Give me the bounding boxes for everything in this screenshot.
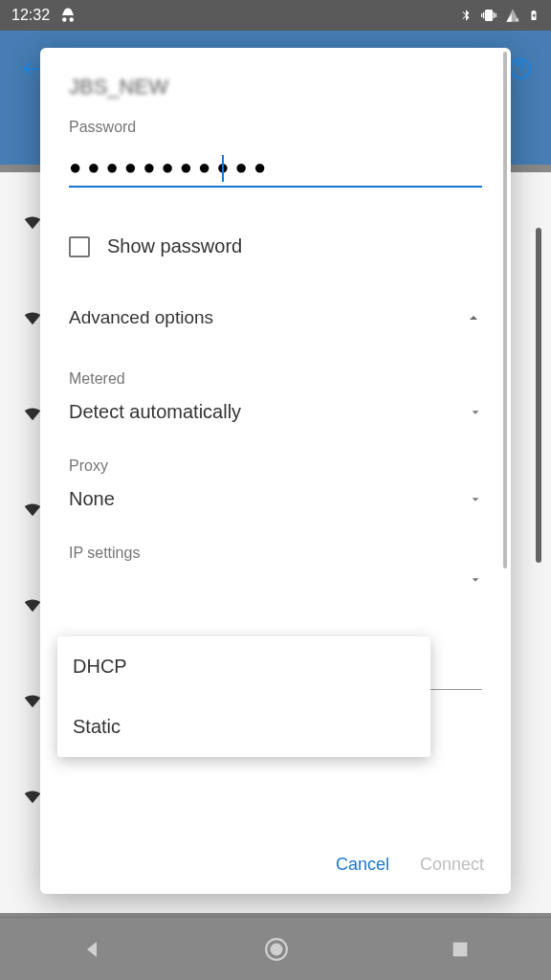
network-name: JBS_NEW [69,75,482,100]
show-password-row[interactable]: Show password [69,235,482,257]
svg-text:×: × [516,16,519,23]
svg-point-3 [272,944,282,954]
svg-rect-4 [453,942,468,956]
nav-back-button[interactable] [80,938,103,961]
nav-bar [0,917,551,980]
metered-section: Metered Detect automatically [69,370,482,423]
status-bar: 12:32 × [0,0,551,31]
proxy-label: Proxy [69,457,482,475]
show-password-checkbox[interactable] [69,236,90,257]
advanced-options-toggle[interactable]: Advanced options [69,307,482,328]
ip-settings-label: IP settings [69,545,482,562]
vibrate-icon [480,8,497,23]
status-time: 12:32 [11,7,50,24]
dropdown-arrow-icon [469,495,482,504]
metered-label: Metered [69,370,482,388]
dropdown-arrow-icon [469,408,482,417]
dialog-scrollbar[interactable] [503,52,507,568]
proxy-dropdown[interactable]: None [69,488,482,510]
show-password-label: Show password [107,235,242,257]
metered-value: Detect automatically [69,401,241,423]
ip-settings-section: IP settings [69,545,482,585]
password-field-wrapper: Password [69,119,482,188]
wifi-config-dialog: JBS_NEW Password Show password Advanced … [40,48,511,894]
proxy-section: Proxy None [69,457,482,510]
back-icon [19,57,42,80]
chevron-up-icon [465,312,482,323]
menu-item-static[interactable]: Static [57,697,430,757]
metered-dropdown[interactable]: Detect automatically [69,401,482,423]
password-label: Password [69,119,482,136]
proxy-value: None [69,488,115,510]
help-icon [509,57,532,80]
advanced-options-label: Advanced options [69,307,213,328]
password-input[interactable] [69,149,482,188]
ip-settings-dropdown[interactable] [69,575,482,585]
connect-button[interactable]: Connect [420,855,484,875]
ip-settings-popup: DHCP Static [57,636,430,757]
dialog-buttons: Cancel Connect [40,835,511,894]
incognito-icon [59,7,77,24]
menu-item-dhcp[interactable]: DHCP [57,636,430,697]
signal-icon: × [505,8,520,23]
nav-recent-button[interactable] [450,939,471,960]
bluetooth-icon [459,7,473,24]
battery-charging-icon [528,7,540,24]
background-scrollbar [536,228,541,563]
text-cursor [222,155,224,182]
cancel-button[interactable]: Cancel [336,855,389,875]
nav-home-button[interactable] [264,937,289,962]
dropdown-arrow-icon [469,575,482,585]
